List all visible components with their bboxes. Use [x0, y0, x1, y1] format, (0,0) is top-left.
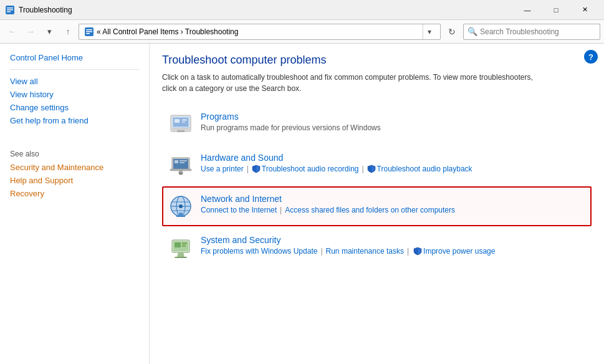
- sidebar: Control Panel Home View all View history…: [0, 44, 150, 364]
- svg-rect-20: [175, 160, 178, 163]
- svg-rect-23: [170, 169, 191, 171]
- up-button[interactable]: ↑: [60, 24, 76, 40]
- sidebar-change-settings[interactable]: Change settings: [0, 101, 149, 114]
- breadcrumb-text: « All Control Panel Items › Troubleshoot…: [97, 27, 423, 36]
- back-button[interactable]: ←: [4, 24, 20, 40]
- svg-rect-6: [86, 31, 92, 32]
- svg-point-29: [179, 204, 183, 208]
- sidebar-see-also: See also Security and Maintenance Help a…: [0, 142, 149, 200]
- programs-description: Run programs made for previous versions …: [201, 123, 585, 132]
- main-layout: Control Panel Home View all View history…: [0, 44, 604, 364]
- system-links: Fix problems with Windows Update | Run m…: [201, 247, 585, 256]
- see-also-title: See also: [0, 142, 149, 161]
- hardware-audio-recording-link[interactable]: Troubleshoot audio recording: [262, 165, 359, 173]
- window-title: Troubleshooting: [19, 6, 513, 14]
- category-programs[interactable]: Programs Run programs made for previous …: [162, 104, 592, 144]
- svg-rect-1: [7, 7, 13, 9]
- hardware-info: Hardware and Sound Use a printer | Troub…: [201, 153, 585, 173]
- network-connect-link[interactable]: Connect to the Internet: [201, 206, 277, 214]
- sep-3: |: [280, 206, 282, 214]
- hardware-link[interactable]: Hardware and Sound: [201, 153, 283, 163]
- programs-info: Programs Run programs made for previous …: [201, 112, 585, 132]
- svg-rect-10: [172, 128, 189, 130]
- forward-button[interactable]: →: [22, 24, 39, 40]
- network-link[interactable]: Network and Internet: [201, 194, 282, 204]
- system-power-link[interactable]: Improve power usage: [423, 247, 495, 256]
- network-icon: [168, 194, 193, 219]
- system-windows-update-link[interactable]: Fix problems with Windows Update: [201, 247, 317, 256]
- svg-rect-14: [182, 119, 187, 121]
- system-icon: [168, 235, 193, 260]
- network-shared-link[interactable]: Access shared files and folders on other…: [285, 206, 455, 214]
- svg-rect-15: [182, 122, 185, 123]
- svg-rect-13: [175, 119, 180, 123]
- sidebar-get-help[interactable]: Get help from a friend: [0, 114, 149, 127]
- sidebar-help-support[interactable]: Help and Support: [0, 174, 149, 187]
- svg-rect-3: [7, 11, 11, 12]
- category-hardware[interactable]: Hardware and Sound Use a printer | Troub…: [162, 145, 592, 185]
- minimize-button[interactable]: —: [513, 0, 542, 20]
- svg-rect-22: [180, 162, 185, 163]
- sep-1: |: [247, 165, 249, 173]
- sidebar-divider-1: [10, 69, 139, 70]
- page-title: Troubleshoot computer problems: [162, 54, 592, 67]
- search-box[interactable]: 🔍: [463, 24, 600, 40]
- programs-link[interactable]: Programs: [201, 112, 239, 122]
- svg-rect-7: [86, 33, 90, 34]
- svg-rect-2: [7, 9, 13, 11]
- sidebar-recovery[interactable]: Recovery: [0, 187, 149, 200]
- shield-icon-2: [367, 165, 376, 173]
- sidebar-security-maintenance[interactable]: Security and Maintenance: [0, 161, 149, 174]
- category-system[interactable]: System and Security Fix problems with Wi…: [162, 228, 592, 267]
- refresh-button[interactable]: ↻: [443, 24, 461, 40]
- address-dropdown-arrow[interactable]: ▾: [423, 24, 435, 39]
- sidebar-view-history[interactable]: View history: [0, 88, 149, 101]
- system-info: System and Security Fix problems with Wi…: [201, 235, 585, 256]
- network-links: Connect to the Internet | Access shared …: [201, 206, 585, 214]
- svg-rect-31: [176, 216, 185, 217]
- dropdown-button[interactable]: ▾: [41, 24, 57, 40]
- content-area: ? Troubleshoot computer problems Click o…: [150, 44, 604, 364]
- svg-rect-11: [177, 130, 185, 132]
- programs-icon: [168, 112, 193, 136]
- help-button[interactable]: ?: [584, 50, 598, 64]
- svg-rect-5: [86, 29, 92, 31]
- system-link[interactable]: System and Security: [201, 235, 280, 245]
- svg-rect-37: [175, 257, 187, 258]
- address-field[interactable]: « All Control Panel Items › Troubleshoot…: [79, 24, 441, 40]
- svg-rect-34: [175, 242, 181, 247]
- page-subtitle: Click on a task to automatically trouble…: [162, 72, 536, 94]
- window-controls: — □ ✕: [513, 0, 599, 20]
- hardware-links: Use a printer | Troubleshoot audio recor…: [201, 165, 585, 173]
- sidebar-view-all[interactable]: View all: [0, 75, 149, 88]
- search-icon: 🔍: [467, 27, 477, 36]
- shield-icon-1: [252, 165, 261, 173]
- system-maintenance-link[interactable]: Run maintenance tasks: [326, 247, 404, 256]
- sep-2: |: [362, 165, 363, 173]
- maximize-button[interactable]: □: [542, 0, 570, 20]
- svg-rect-36: [182, 245, 186, 247]
- search-input[interactable]: [480, 27, 596, 36]
- hardware-printer-link[interactable]: Use a printer: [201, 165, 244, 173]
- svg-rect-21: [180, 160, 187, 161]
- network-info: Network and Internet Connect to the Inte…: [201, 194, 585, 214]
- svg-rect-30: [179, 213, 183, 216]
- hardware-audio-playback-link[interactable]: Troubleshoot audio playback: [377, 165, 472, 173]
- title-bar: Troubleshooting — □ ✕: [0, 0, 604, 20]
- hardware-icon: [168, 153, 193, 178]
- category-network[interactable]: Network and Internet Connect to the Inte…: [162, 186, 592, 226]
- svg-rect-35: [182, 242, 187, 244]
- close-button[interactable]: ✕: [570, 0, 599, 20]
- shield-icon-3: [413, 247, 422, 256]
- sidebar-control-panel-home[interactable]: Control Panel Home: [0, 51, 149, 64]
- address-bar: ← → ▾ ↑ « All Control Panel Items › Trou…: [0, 20, 604, 44]
- sep-5: |: [407, 247, 409, 256]
- app-icon: [5, 5, 15, 15]
- address-icon: [84, 27, 94, 37]
- sep-4: |: [320, 247, 322, 256]
